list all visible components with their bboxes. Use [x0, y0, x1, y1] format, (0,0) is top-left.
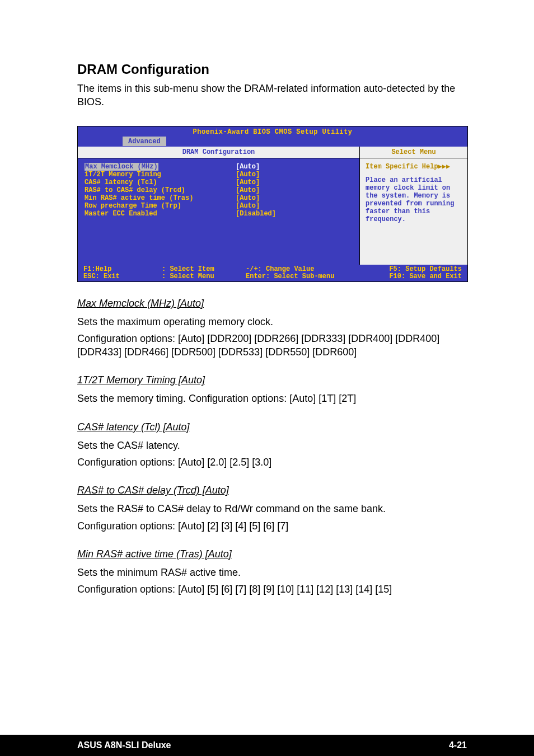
bios-title: Phoenix-Award BIOS CMOS Setup Utility [78, 126, 467, 137]
subsection-heading: CAS# latency (Tcl) [Auto] [77, 421, 467, 433]
bios-setting-value: [Auto] [236, 171, 353, 179]
bios-setting-label: Row precharge Time (Trp) [85, 202, 236, 210]
bios-help-panel: Item Specific Help▶▶▶ Place an artificia… [360, 158, 467, 265]
bios-footer: F1:Help : Select Item -/+: Change Value … [78, 265, 467, 281]
bios-foot-f10: F10: Save and Exit [389, 273, 462, 280]
bios-setting-value: [Auto] [236, 163, 353, 171]
subsection-body: Configuration options: [Auto] [5] [6] [7… [77, 583, 467, 596]
bios-settings-panel: Max Memclock (MHz)1T/2T Memory TimingCAS… [78, 158, 359, 265]
bios-tab-advanced: Advanced [123, 137, 166, 146]
bios-foot-selitem: : Select Item [162, 265, 214, 273]
page-footer: ASUS A8N-SLI Deluxe 4-21 [0, 735, 534, 756]
bios-help-text: Place an artificial memory clock limit o… [366, 176, 462, 223]
bios-setting-value: [Auto] [236, 179, 353, 186]
bios-setting-label: Master ECC Enabled [85, 210, 236, 218]
bios-right-header: Select Menu [360, 147, 467, 158]
bios-foot-esc: ESC: Exit [83, 273, 120, 280]
bios-setting-value: [Disabled] [236, 210, 353, 218]
bios-setting-value: [Auto] [236, 202, 353, 210]
bios-foot-selmenu: : Select Menu [162, 273, 214, 280]
bios-screenshot: Phoenix-Award BIOS CMOS Setup Utility Ad… [77, 126, 468, 282]
subsection-heading: Max Memclock (MHz) [Auto] [77, 298, 467, 309]
footer-right: 4-21 [449, 740, 467, 750]
bios-setting-label: RAS# to CAS# delay (Trcd) [85, 186, 236, 194]
bios-foot-change: -/+: Change Value [246, 265, 314, 273]
bios-setting-label: CAS# latency (Tcl) [85, 179, 236, 186]
subsection-body: Sets the RAS# to CAS# delay to Rd/Wr com… [77, 502, 467, 515]
subsection-body: Sets the memory timing. Configuration op… [77, 392, 467, 405]
subsection-body: Sets the minimum RAS# active time. [77, 566, 467, 579]
bios-help-heading: Item Specific Help▶▶▶ [366, 163, 462, 171]
subsection-body: Configuration options: [Auto] [2] [3] [4… [77, 519, 467, 533]
bios-setting-label: Min RAS# active time (Tras) [85, 194, 236, 202]
bios-setting-value: [Auto] [236, 186, 353, 194]
bios-foot-f1: F1:Help [83, 265, 111, 273]
section-title: DRAM Configuration [77, 62, 467, 77]
bios-left-header: DRAM Configuration [78, 147, 359, 158]
subsection-heading: Min RAS# active time (Tras) [Auto] [77, 548, 467, 560]
intro-text: The items in this sub-menu show the DRAM… [77, 82, 467, 109]
subsection-heading: 1T/2T Memory Timing [Auto] [77, 374, 467, 386]
bios-foot-enter: Enter: Select Sub-menu [246, 273, 334, 280]
bios-tabs: Advanced [78, 137, 467, 147]
subsection-body: Sets the CAS# latency. [77, 439, 467, 452]
bios-foot-f5: F5: Setup Defaults [389, 265, 462, 273]
subsection-body: Configuration options: [Auto] [2.0] [2.5… [77, 456, 467, 469]
footer-left: ASUS A8N-SLI Deluxe [77, 740, 171, 750]
subsection-body: Sets the maximum operating memory clock. [77, 315, 467, 328]
bios-setting-label: 1T/2T Memory Timing [85, 171, 236, 179]
subsection-body: Configuration options: [Auto] [DDR200] [… [77, 332, 467, 359]
bios-setting-label: Max Memclock (MHz) [85, 163, 236, 171]
subsection-heading: RAS# to CAS# delay (Trcd) [Auto] [77, 485, 467, 496]
bios-setting-value: [Auto] [236, 194, 353, 202]
